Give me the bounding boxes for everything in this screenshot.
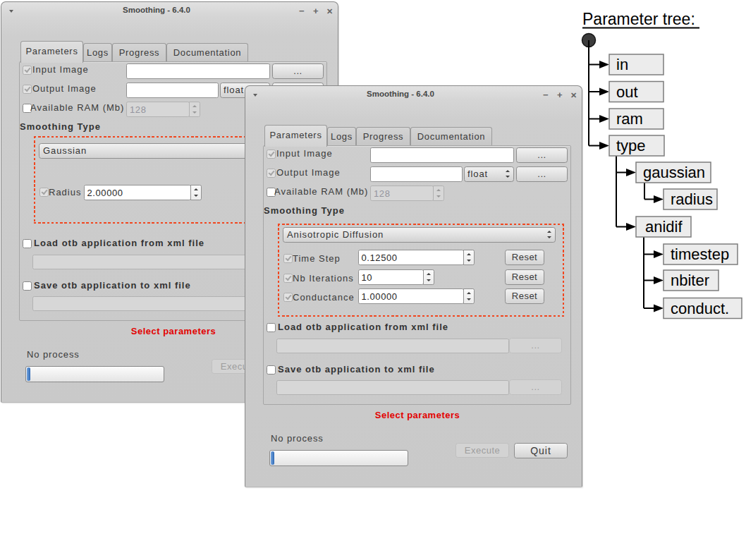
svg-text:gaussian: gaussian	[643, 164, 705, 181]
svg-text:type: type	[616, 137, 646, 154]
svg-text:ram: ram	[616, 110, 643, 128]
svg-text:Parameter tree:: Parameter tree:	[582, 10, 695, 28]
svg-text:nbiter: nbiter	[671, 272, 709, 289]
svg-text:out: out	[616, 83, 638, 101]
svg-text:in: in	[616, 56, 628, 73]
svg-text:timestep: timestep	[671, 245, 729, 263]
svg-text:radius: radius	[671, 190, 713, 208]
svg-text:conduct.: conduct.	[671, 300, 729, 317]
svg-text:anidif: anidif	[645, 218, 683, 236]
